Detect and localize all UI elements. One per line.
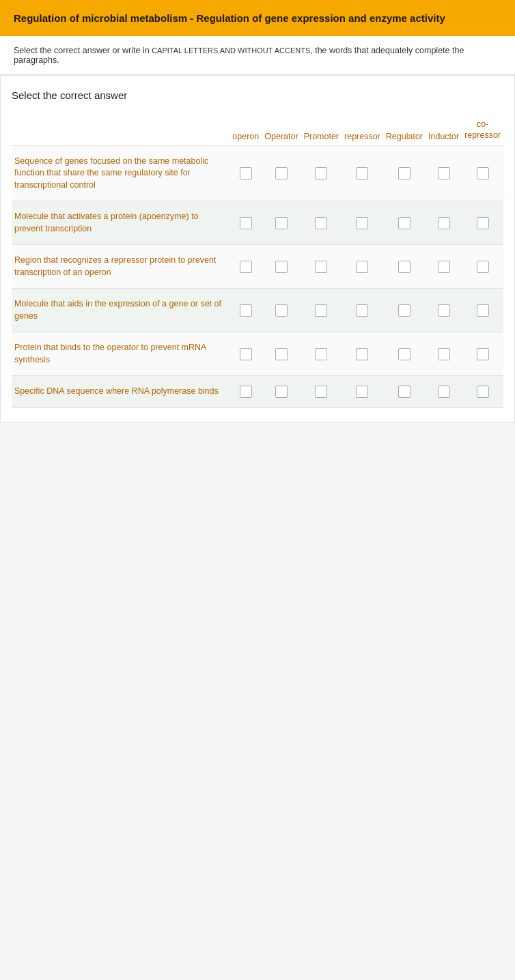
checkbox-cell xyxy=(462,245,503,289)
checkbox-cell xyxy=(229,289,262,332)
checkbox-cell xyxy=(262,201,301,245)
checkbox-r6-repressor[interactable] xyxy=(356,386,368,398)
section-title: Select the correct answer xyxy=(12,89,503,101)
checkbox-cell xyxy=(342,376,383,408)
table-row: Region that recognizes a repressor prote… xyxy=(12,245,503,289)
instructions-text1: Select the correct answer or write in xyxy=(14,46,152,55)
checkbox-r1-co-repressor[interactable] xyxy=(477,167,489,179)
col-header-co-repressor: co-repressor xyxy=(462,115,503,145)
checkbox-r2-repressor[interactable] xyxy=(356,217,368,229)
checkbox-r4-co-repressor[interactable] xyxy=(477,304,489,317)
checkbox-r5-inductor[interactable] xyxy=(438,348,450,360)
checkbox-r6-operator[interactable] xyxy=(275,386,288,398)
checkbox-cell xyxy=(383,245,426,289)
checkbox-r5-operator[interactable] xyxy=(275,348,288,360)
checkbox-cell xyxy=(262,332,301,376)
table-row: Specific DNA sequence where RNA polymera… xyxy=(12,376,503,408)
checkbox-r1-operon[interactable] xyxy=(240,167,252,179)
checkbox-r1-operator[interactable] xyxy=(275,167,288,179)
checkbox-r2-operon[interactable] xyxy=(240,217,252,229)
checkbox-cell xyxy=(383,201,426,245)
checkbox-r2-regulator[interactable] xyxy=(398,217,410,229)
checkbox-cell xyxy=(426,201,462,245)
row-label-1: Sequence of genes focused on the same me… xyxy=(12,145,229,201)
checkbox-r4-inductor[interactable] xyxy=(438,304,450,317)
checkbox-r1-promoter[interactable] xyxy=(315,167,327,179)
checkbox-cell xyxy=(342,289,383,332)
checkbox-cell xyxy=(462,289,503,332)
checkbox-r6-promoter[interactable] xyxy=(315,386,327,398)
checkbox-cell xyxy=(262,289,301,332)
col-header-repressor: repressor xyxy=(342,115,383,145)
row-label-3: Region that recognizes a repressor prote… xyxy=(12,245,229,289)
checkbox-r3-regulator[interactable] xyxy=(398,261,410,273)
checkbox-r6-inductor[interactable] xyxy=(438,386,450,398)
checkbox-cell xyxy=(383,289,426,332)
checkbox-r3-co-repressor[interactable] xyxy=(477,261,489,273)
table-row: Molecule that aids in the expression of … xyxy=(12,289,503,332)
row-label-2: Molecule that activates a protein (apoen… xyxy=(12,201,229,245)
col-header-promoter: Promoter xyxy=(301,115,342,145)
checkbox-r2-operator[interactable] xyxy=(275,217,288,229)
checkbox-r5-repressor[interactable] xyxy=(356,348,368,360)
checkbox-r6-regulator[interactable] xyxy=(398,386,410,398)
checkbox-r4-repressor[interactable] xyxy=(356,304,368,317)
checkbox-cell xyxy=(462,376,503,408)
checkbox-cell xyxy=(426,245,462,289)
checkbox-cell xyxy=(229,376,262,408)
checkbox-cell xyxy=(462,201,503,245)
answer-table: operon Operator Promoter repressor Regul… xyxy=(12,115,503,408)
checkbox-r6-operon[interactable] xyxy=(240,386,252,398)
checkbox-r4-operator[interactable] xyxy=(275,304,288,317)
checkbox-cell xyxy=(426,332,462,376)
checkbox-r5-promoter[interactable] xyxy=(315,348,327,360)
checkbox-r2-promoter[interactable] xyxy=(315,217,327,229)
table-wrapper: operon Operator Promoter repressor Regul… xyxy=(12,115,503,408)
checkbox-r5-operon[interactable] xyxy=(240,348,252,360)
checkbox-cell xyxy=(301,376,342,408)
checkbox-r3-inductor[interactable] xyxy=(438,261,450,273)
instructions-panel: Select the correct answer or write in CA… xyxy=(0,36,515,75)
row-label-6: Specific DNA sequence where RNA polymera… xyxy=(12,376,229,408)
col-header-inductor: Inductor xyxy=(426,115,462,145)
checkbox-r1-regulator[interactable] xyxy=(398,167,410,179)
checkbox-cell xyxy=(229,145,262,201)
checkbox-cell xyxy=(342,201,383,245)
checkbox-r3-promoter[interactable] xyxy=(315,261,327,273)
checkbox-r2-inductor[interactable] xyxy=(438,217,450,229)
checkbox-cell xyxy=(229,245,262,289)
col-header-operon: operon xyxy=(229,115,262,145)
checkbox-r4-promoter[interactable] xyxy=(315,304,327,317)
checkbox-r4-operon[interactable] xyxy=(240,304,252,317)
checkbox-r5-co-repressor[interactable] xyxy=(477,348,489,360)
checkbox-r5-regulator[interactable] xyxy=(398,348,410,360)
table-row: Sequence of genes focused on the same me… xyxy=(12,145,503,201)
instructions-caps: CAPITAL LETTERS AND WITHOUT ACCENTS xyxy=(152,46,310,55)
checkbox-cell xyxy=(262,376,301,408)
checkbox-cell xyxy=(342,145,383,201)
checkbox-cell xyxy=(229,332,262,376)
checkbox-r3-repressor[interactable] xyxy=(356,261,368,273)
checkbox-cell xyxy=(229,201,262,245)
checkbox-cell xyxy=(301,332,342,376)
checkbox-r6-co-repressor[interactable] xyxy=(477,386,489,398)
checkbox-r2-co-repressor[interactable] xyxy=(477,217,489,229)
checkbox-cell xyxy=(301,245,342,289)
checkbox-r1-repressor[interactable] xyxy=(356,167,368,179)
main-container: Select the correct answer operon Operato… xyxy=(0,75,515,422)
row-label-5: Protein that binds to the operator to pr… xyxy=(12,332,229,376)
checkbox-r4-regulator[interactable] xyxy=(398,304,410,317)
table-row: Protein that binds to the operator to pr… xyxy=(12,332,503,376)
checkbox-cell xyxy=(383,376,426,408)
checkbox-cell xyxy=(301,201,342,245)
table-row: Molecule that activates a protein (apoen… xyxy=(12,201,503,245)
header-title: Regulation of microbial metabolism - Reg… xyxy=(14,12,445,24)
checkbox-cell xyxy=(462,145,503,201)
checkbox-r1-inductor[interactable] xyxy=(438,167,450,179)
checkbox-cell xyxy=(301,145,342,201)
checkbox-cell xyxy=(262,145,301,201)
checkbox-cell xyxy=(301,289,342,332)
checkbox-r3-operator[interactable] xyxy=(275,261,288,273)
row-label-4: Molecule that aids in the expression of … xyxy=(12,289,229,332)
checkbox-r3-operon[interactable] xyxy=(240,261,252,273)
